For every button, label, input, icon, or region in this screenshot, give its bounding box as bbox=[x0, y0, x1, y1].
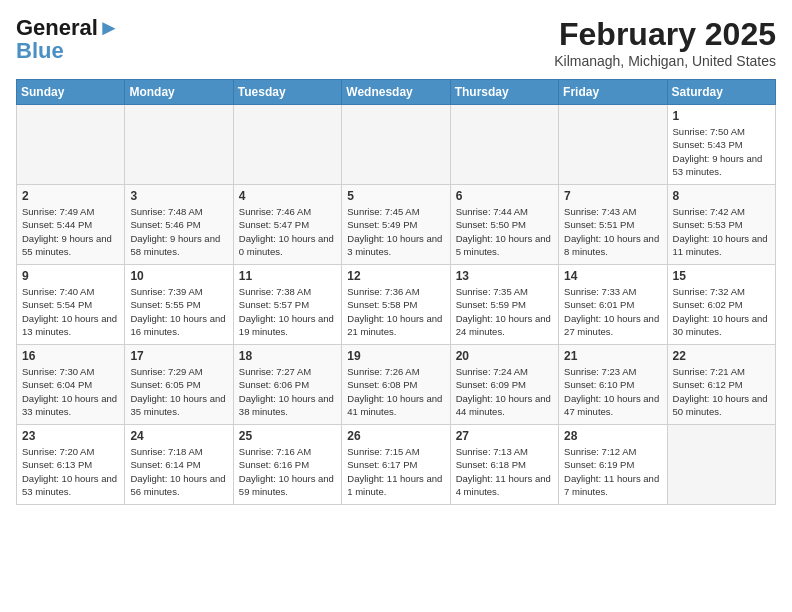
header: General► Blue February 2025 Kilmanagh, M… bbox=[16, 16, 776, 69]
week-row-5: 23Sunrise: 7:20 AMSunset: 6:13 PMDayligh… bbox=[17, 425, 776, 505]
day-number: 2 bbox=[22, 189, 119, 203]
day-cell: 8Sunrise: 7:42 AMSunset: 5:53 PMDaylight… bbox=[667, 185, 775, 265]
day-info: Sunrise: 7:43 AMSunset: 5:51 PMDaylight:… bbox=[564, 205, 661, 258]
day-info: Sunrise: 7:46 AMSunset: 5:47 PMDaylight:… bbox=[239, 205, 336, 258]
day-info: Sunrise: 7:30 AMSunset: 6:04 PMDaylight:… bbox=[22, 365, 119, 418]
month-title: February 2025 bbox=[554, 16, 776, 53]
day-cell bbox=[233, 105, 341, 185]
day-cell: 18Sunrise: 7:27 AMSunset: 6:06 PMDayligh… bbox=[233, 345, 341, 425]
day-number: 9 bbox=[22, 269, 119, 283]
day-cell bbox=[125, 105, 233, 185]
day-info: Sunrise: 7:39 AMSunset: 5:55 PMDaylight:… bbox=[130, 285, 227, 338]
day-cell: 15Sunrise: 7:32 AMSunset: 6:02 PMDayligh… bbox=[667, 265, 775, 345]
day-cell: 12Sunrise: 7:36 AMSunset: 5:58 PMDayligh… bbox=[342, 265, 450, 345]
day-info: Sunrise: 7:40 AMSunset: 5:54 PMDaylight:… bbox=[22, 285, 119, 338]
day-info: Sunrise: 7:36 AMSunset: 5:58 PMDaylight:… bbox=[347, 285, 444, 338]
day-cell: 4Sunrise: 7:46 AMSunset: 5:47 PMDaylight… bbox=[233, 185, 341, 265]
day-info: Sunrise: 7:48 AMSunset: 5:46 PMDaylight:… bbox=[130, 205, 227, 258]
day-number: 16 bbox=[22, 349, 119, 363]
day-info: Sunrise: 7:29 AMSunset: 6:05 PMDaylight:… bbox=[130, 365, 227, 418]
day-info: Sunrise: 7:18 AMSunset: 6:14 PMDaylight:… bbox=[130, 445, 227, 498]
day-info: Sunrise: 7:45 AMSunset: 5:49 PMDaylight:… bbox=[347, 205, 444, 258]
logo-blue: Blue bbox=[16, 40, 120, 62]
day-number: 4 bbox=[239, 189, 336, 203]
day-cell: 1Sunrise: 7:50 AMSunset: 5:43 PMDaylight… bbox=[667, 105, 775, 185]
day-info: Sunrise: 7:33 AMSunset: 6:01 PMDaylight:… bbox=[564, 285, 661, 338]
day-number: 14 bbox=[564, 269, 661, 283]
day-cell bbox=[450, 105, 558, 185]
col-wednesday: Wednesday bbox=[342, 80, 450, 105]
day-cell: 9Sunrise: 7:40 AMSunset: 5:54 PMDaylight… bbox=[17, 265, 125, 345]
day-info: Sunrise: 7:12 AMSunset: 6:19 PMDaylight:… bbox=[564, 445, 661, 498]
day-info: Sunrise: 7:24 AMSunset: 6:09 PMDaylight:… bbox=[456, 365, 553, 418]
page-container: General► Blue February 2025 Kilmanagh, M… bbox=[0, 0, 792, 513]
day-cell: 17Sunrise: 7:29 AMSunset: 6:05 PMDayligh… bbox=[125, 345, 233, 425]
day-number: 15 bbox=[673, 269, 770, 283]
day-cell bbox=[667, 425, 775, 505]
day-info: Sunrise: 7:23 AMSunset: 6:10 PMDaylight:… bbox=[564, 365, 661, 418]
day-info: Sunrise: 7:42 AMSunset: 5:53 PMDaylight:… bbox=[673, 205, 770, 258]
day-cell: 2Sunrise: 7:49 AMSunset: 5:44 PMDaylight… bbox=[17, 185, 125, 265]
day-cell bbox=[559, 105, 667, 185]
day-number: 10 bbox=[130, 269, 227, 283]
calendar-table: Sunday Monday Tuesday Wednesday Thursday… bbox=[16, 79, 776, 505]
day-cell: 14Sunrise: 7:33 AMSunset: 6:01 PMDayligh… bbox=[559, 265, 667, 345]
week-row-3: 9Sunrise: 7:40 AMSunset: 5:54 PMDaylight… bbox=[17, 265, 776, 345]
day-cell: 27Sunrise: 7:13 AMSunset: 6:18 PMDayligh… bbox=[450, 425, 558, 505]
col-sunday: Sunday bbox=[17, 80, 125, 105]
day-number: 21 bbox=[564, 349, 661, 363]
day-info: Sunrise: 7:50 AMSunset: 5:43 PMDaylight:… bbox=[673, 125, 770, 178]
day-cell: 7Sunrise: 7:43 AMSunset: 5:51 PMDaylight… bbox=[559, 185, 667, 265]
day-number: 12 bbox=[347, 269, 444, 283]
day-cell bbox=[17, 105, 125, 185]
day-cell bbox=[342, 105, 450, 185]
day-cell: 5Sunrise: 7:45 AMSunset: 5:49 PMDaylight… bbox=[342, 185, 450, 265]
day-number: 22 bbox=[673, 349, 770, 363]
day-info: Sunrise: 7:35 AMSunset: 5:59 PMDaylight:… bbox=[456, 285, 553, 338]
day-number: 19 bbox=[347, 349, 444, 363]
week-row-4: 16Sunrise: 7:30 AMSunset: 6:04 PMDayligh… bbox=[17, 345, 776, 425]
day-cell: 3Sunrise: 7:48 AMSunset: 5:46 PMDaylight… bbox=[125, 185, 233, 265]
day-cell: 26Sunrise: 7:15 AMSunset: 6:17 PMDayligh… bbox=[342, 425, 450, 505]
day-cell: 24Sunrise: 7:18 AMSunset: 6:14 PMDayligh… bbox=[125, 425, 233, 505]
day-number: 11 bbox=[239, 269, 336, 283]
col-monday: Monday bbox=[125, 80, 233, 105]
day-number: 28 bbox=[564, 429, 661, 443]
day-info: Sunrise: 7:27 AMSunset: 6:06 PMDaylight:… bbox=[239, 365, 336, 418]
day-number: 13 bbox=[456, 269, 553, 283]
day-cell: 25Sunrise: 7:16 AMSunset: 6:16 PMDayligh… bbox=[233, 425, 341, 505]
day-number: 17 bbox=[130, 349, 227, 363]
calendar-header-row: Sunday Monday Tuesday Wednesday Thursday… bbox=[17, 80, 776, 105]
logo: General► Blue bbox=[16, 16, 120, 62]
day-number: 6 bbox=[456, 189, 553, 203]
day-cell: 28Sunrise: 7:12 AMSunset: 6:19 PMDayligh… bbox=[559, 425, 667, 505]
day-info: Sunrise: 7:32 AMSunset: 6:02 PMDaylight:… bbox=[673, 285, 770, 338]
day-info: Sunrise: 7:44 AMSunset: 5:50 PMDaylight:… bbox=[456, 205, 553, 258]
week-row-1: 1Sunrise: 7:50 AMSunset: 5:43 PMDaylight… bbox=[17, 105, 776, 185]
day-number: 20 bbox=[456, 349, 553, 363]
day-cell: 16Sunrise: 7:30 AMSunset: 6:04 PMDayligh… bbox=[17, 345, 125, 425]
col-tuesday: Tuesday bbox=[233, 80, 341, 105]
col-thursday: Thursday bbox=[450, 80, 558, 105]
day-number: 7 bbox=[564, 189, 661, 203]
day-cell: 20Sunrise: 7:24 AMSunset: 6:09 PMDayligh… bbox=[450, 345, 558, 425]
day-number: 27 bbox=[456, 429, 553, 443]
day-number: 5 bbox=[347, 189, 444, 203]
col-saturday: Saturday bbox=[667, 80, 775, 105]
col-friday: Friday bbox=[559, 80, 667, 105]
day-info: Sunrise: 7:26 AMSunset: 6:08 PMDaylight:… bbox=[347, 365, 444, 418]
day-cell: 23Sunrise: 7:20 AMSunset: 6:13 PMDayligh… bbox=[17, 425, 125, 505]
day-cell: 22Sunrise: 7:21 AMSunset: 6:12 PMDayligh… bbox=[667, 345, 775, 425]
title-block: February 2025 Kilmanagh, Michigan, Unite… bbox=[554, 16, 776, 69]
day-cell: 19Sunrise: 7:26 AMSunset: 6:08 PMDayligh… bbox=[342, 345, 450, 425]
day-cell: 13Sunrise: 7:35 AMSunset: 5:59 PMDayligh… bbox=[450, 265, 558, 345]
day-number: 26 bbox=[347, 429, 444, 443]
day-cell: 10Sunrise: 7:39 AMSunset: 5:55 PMDayligh… bbox=[125, 265, 233, 345]
day-number: 18 bbox=[239, 349, 336, 363]
day-info: Sunrise: 7:38 AMSunset: 5:57 PMDaylight:… bbox=[239, 285, 336, 338]
day-info: Sunrise: 7:16 AMSunset: 6:16 PMDaylight:… bbox=[239, 445, 336, 498]
day-number: 23 bbox=[22, 429, 119, 443]
day-info: Sunrise: 7:20 AMSunset: 6:13 PMDaylight:… bbox=[22, 445, 119, 498]
day-info: Sunrise: 7:49 AMSunset: 5:44 PMDaylight:… bbox=[22, 205, 119, 258]
day-info: Sunrise: 7:21 AMSunset: 6:12 PMDaylight:… bbox=[673, 365, 770, 418]
